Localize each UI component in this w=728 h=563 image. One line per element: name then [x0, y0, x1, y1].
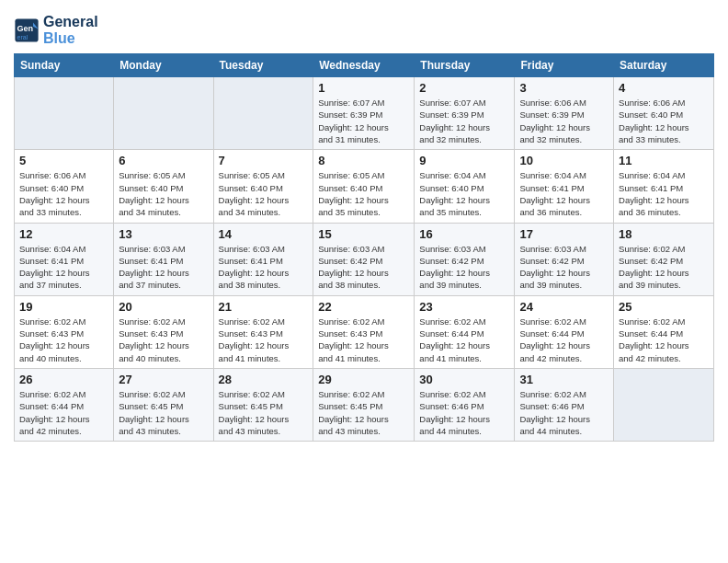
day-info: Sunrise: 6:07 AM Sunset: 6:39 PM Dayligh… — [419, 97, 509, 145]
day-info: Sunrise: 6:05 AM Sunset: 6:40 PM Dayligh… — [219, 169, 309, 218]
day-info: Sunrise: 6:05 AM Sunset: 6:40 PM Dayligh… — [119, 169, 208, 218]
day-cell: 11Sunrise: 6:04 AM Sunset: 6:41 PM Dayli… — [614, 150, 714, 223]
day-info: Sunrise: 6:06 AM Sunset: 6:40 PM Dayligh… — [19, 169, 108, 218]
day-cell: 24Sunrise: 6:02 AM Sunset: 6:44 PM Dayli… — [515, 295, 614, 368]
day-cell: 16Sunrise: 6:03 AM Sunset: 6:42 PM Dayli… — [415, 223, 515, 295]
day-info: Sunrise: 6:04 AM Sunset: 6:40 PM Dayligh… — [419, 169, 509, 218]
day-info: Sunrise: 6:06 AM Sunset: 6:39 PM Dayligh… — [519, 97, 609, 145]
day-info: Sunrise: 6:02 AM Sunset: 6:46 PM Dayligh… — [419, 388, 509, 437]
day-number: 29 — [318, 373, 409, 386]
day-cell: 4Sunrise: 6:06 AM Sunset: 6:40 PM Daylig… — [614, 77, 714, 150]
day-number: 27 — [119, 373, 208, 386]
day-info: Sunrise: 6:02 AM Sunset: 6:42 PM Dayligh… — [619, 243, 709, 292]
day-info: Sunrise: 6:02 AM Sunset: 6:46 PM Dayligh… — [519, 388, 609, 437]
day-number: 26 — [19, 373, 108, 386]
day-number: 2 — [419, 81, 509, 95]
day-cell: 26Sunrise: 6:02 AM Sunset: 6:44 PM Dayli… — [15, 368, 114, 441]
day-cell: 7Sunrise: 6:05 AM Sunset: 6:40 PM Daylig… — [213, 150, 313, 223]
day-cell: 22Sunrise: 6:02 AM Sunset: 6:43 PM Dayli… — [313, 295, 415, 368]
day-info: Sunrise: 6:02 AM Sunset: 6:43 PM Dayligh… — [318, 316, 409, 364]
day-cell: 13Sunrise: 6:03 AM Sunset: 6:41 PM Dayli… — [114, 223, 213, 295]
day-number: 8 — [318, 154, 409, 167]
header-friday: Friday — [515, 54, 614, 77]
day-number: 9 — [419, 154, 509, 167]
header-tuesday: Tuesday — [213, 54, 313, 77]
day-cell: 18Sunrise: 6:02 AM Sunset: 6:42 PM Dayli… — [614, 223, 714, 295]
day-number: 21 — [219, 300, 309, 314]
day-info: Sunrise: 6:07 AM Sunset: 6:39 PM Dayligh… — [318, 97, 409, 145]
day-info: Sunrise: 6:02 AM Sunset: 6:45 PM Dayligh… — [119, 388, 208, 437]
day-cell: 23Sunrise: 6:02 AM Sunset: 6:44 PM Dayli… — [415, 295, 515, 368]
svg-text:eral: eral — [17, 33, 28, 40]
day-cell — [114, 77, 213, 150]
day-cell: 9Sunrise: 6:04 AM Sunset: 6:40 PM Daylig… — [415, 150, 515, 223]
day-info: Sunrise: 6:02 AM Sunset: 6:43 PM Dayligh… — [19, 316, 108, 364]
day-info: Sunrise: 6:03 AM Sunset: 6:42 PM Dayligh… — [519, 243, 609, 292]
day-info: Sunrise: 6:02 AM Sunset: 6:45 PM Dayligh… — [219, 388, 309, 437]
day-info: Sunrise: 6:02 AM Sunset: 6:44 PM Dayligh… — [519, 316, 609, 364]
day-cell: 28Sunrise: 6:02 AM Sunset: 6:45 PM Dayli… — [213, 368, 313, 441]
day-cell: 8Sunrise: 6:05 AM Sunset: 6:40 PM Daylig… — [313, 150, 415, 223]
week-row-1: 1Sunrise: 6:07 AM Sunset: 6:39 PM Daylig… — [15, 77, 714, 150]
day-number: 5 — [19, 154, 108, 167]
day-number: 4 — [619, 81, 709, 95]
header-thursday: Thursday — [415, 54, 515, 77]
week-row-3: 12Sunrise: 6:04 AM Sunset: 6:41 PM Dayli… — [15, 223, 714, 295]
day-cell: 30Sunrise: 6:02 AM Sunset: 6:46 PM Dayli… — [415, 368, 515, 441]
day-number: 1 — [318, 81, 409, 95]
day-cell: 3Sunrise: 6:06 AM Sunset: 6:39 PM Daylig… — [515, 77, 614, 150]
day-cell: 31Sunrise: 6:02 AM Sunset: 6:46 PM Dayli… — [515, 368, 614, 441]
day-info: Sunrise: 6:02 AM Sunset: 6:43 PM Dayligh… — [119, 316, 208, 364]
day-info: Sunrise: 6:04 AM Sunset: 6:41 PM Dayligh… — [19, 243, 108, 292]
day-cell: 19Sunrise: 6:02 AM Sunset: 6:43 PM Dayli… — [15, 295, 114, 368]
day-info: Sunrise: 6:03 AM Sunset: 6:41 PM Dayligh… — [219, 243, 309, 292]
day-number: 14 — [219, 227, 309, 241]
day-cell — [614, 368, 714, 441]
day-number: 19 — [19, 300, 108, 314]
day-cell: 10Sunrise: 6:04 AM Sunset: 6:41 PM Dayli… — [515, 150, 614, 223]
day-info: Sunrise: 6:02 AM Sunset: 6:44 PM Dayligh… — [19, 388, 108, 437]
day-info: Sunrise: 6:03 AM Sunset: 6:41 PM Dayligh… — [119, 243, 208, 292]
day-number: 7 — [219, 154, 309, 167]
day-cell: 12Sunrise: 6:04 AM Sunset: 6:41 PM Dayli… — [15, 223, 114, 295]
day-info: Sunrise: 6:06 AM Sunset: 6:40 PM Dayligh… — [619, 97, 709, 145]
day-info: Sunrise: 6:03 AM Sunset: 6:42 PM Dayligh… — [318, 243, 409, 292]
week-row-5: 26Sunrise: 6:02 AM Sunset: 6:44 PM Dayli… — [15, 368, 714, 441]
day-number: 16 — [419, 227, 509, 241]
day-number: 12 — [19, 227, 108, 241]
day-number: 3 — [519, 81, 609, 95]
day-info: Sunrise: 6:02 AM Sunset: 6:44 PM Dayligh… — [619, 316, 709, 364]
day-cell: 21Sunrise: 6:02 AM Sunset: 6:43 PM Dayli… — [213, 295, 313, 368]
day-info: Sunrise: 6:03 AM Sunset: 6:42 PM Dayligh… — [419, 243, 509, 292]
day-cell: 14Sunrise: 6:03 AM Sunset: 6:41 PM Dayli… — [213, 223, 313, 295]
day-number: 13 — [119, 227, 208, 241]
day-cell: 27Sunrise: 6:02 AM Sunset: 6:45 PM Dayli… — [114, 368, 213, 441]
day-number: 20 — [119, 300, 208, 314]
day-cell: 15Sunrise: 6:03 AM Sunset: 6:42 PM Dayli… — [313, 223, 415, 295]
logo-icon: Gen eral — [14, 17, 40, 43]
day-number: 11 — [619, 154, 709, 167]
calendar-header-row: SundayMondayTuesdayWednesdayThursdayFrid… — [15, 54, 714, 77]
day-number: 31 — [519, 373, 609, 386]
header-saturday: Saturday — [614, 54, 714, 77]
day-info: Sunrise: 6:04 AM Sunset: 6:41 PM Dayligh… — [519, 169, 609, 218]
day-cell: 1Sunrise: 6:07 AM Sunset: 6:39 PM Daylig… — [313, 77, 415, 150]
day-cell: 29Sunrise: 6:02 AM Sunset: 6:45 PM Dayli… — [313, 368, 415, 441]
day-number: 6 — [119, 154, 208, 167]
logo: Gen eral General Blue — [14, 14, 98, 46]
day-number: 18 — [619, 227, 709, 241]
day-info: Sunrise: 6:04 AM Sunset: 6:41 PM Dayligh… — [619, 169, 709, 218]
header-wednesday: Wednesday — [313, 54, 415, 77]
day-info: Sunrise: 6:05 AM Sunset: 6:40 PM Dayligh… — [318, 169, 409, 218]
day-number: 22 — [318, 300, 409, 314]
day-cell: 25Sunrise: 6:02 AM Sunset: 6:44 PM Dayli… — [614, 295, 714, 368]
day-cell — [213, 77, 313, 150]
day-cell: 5Sunrise: 6:06 AM Sunset: 6:40 PM Daylig… — [15, 150, 114, 223]
day-info: Sunrise: 6:02 AM Sunset: 6:44 PM Dayligh… — [419, 316, 509, 364]
day-number: 24 — [519, 300, 609, 314]
day-number: 10 — [519, 154, 609, 167]
header-sunday: Sunday — [15, 54, 114, 77]
day-info: Sunrise: 6:02 AM Sunset: 6:43 PM Dayligh… — [219, 316, 309, 364]
day-number: 25 — [619, 300, 709, 314]
header-monday: Monday — [114, 54, 213, 77]
